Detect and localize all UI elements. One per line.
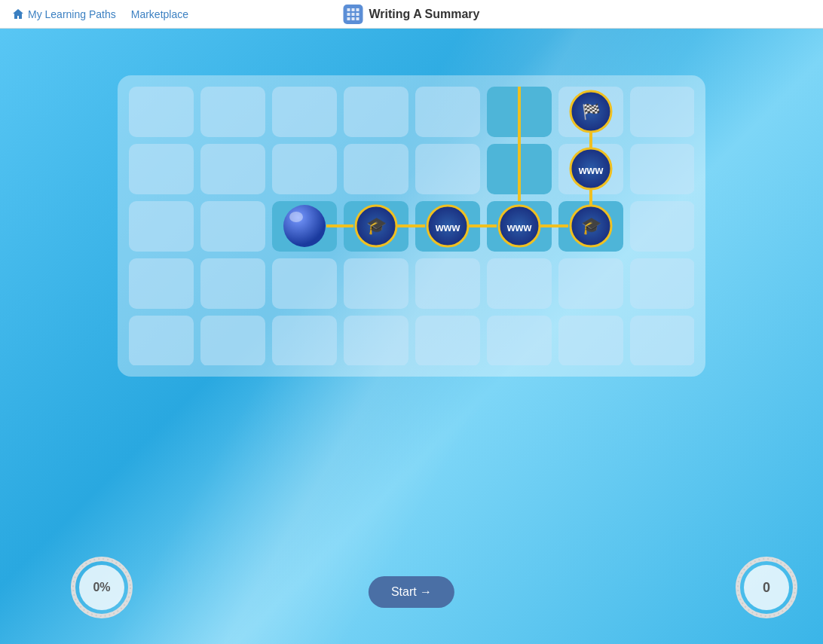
grad1-icon: 🎓: [366, 215, 387, 236]
cell-3-2: [272, 258, 337, 309]
score-label: 0: [763, 580, 770, 596]
svg-rect-3: [347, 13, 350, 16]
score-circle: 0: [733, 554, 800, 621]
page-title: Writing A Summary: [369, 8, 480, 21]
header: My Learning Paths Marketplace Writing A …: [0, 0, 823, 29]
start-label: Start →: [391, 585, 432, 599]
title-area: Writing A Summary: [344, 5, 480, 24]
main-content: 🎓 www www 🎓 www 🏁 0% Start →: [0, 29, 823, 644]
flag-icon: 🏁: [582, 102, 601, 121]
cell-4-2: [272, 316, 337, 365]
cell-3-1: [200, 258, 265, 309]
marketplace-link[interactable]: Marketplace: [131, 8, 188, 20]
cell-4-5: [487, 316, 552, 365]
progress-circle: 0%: [68, 554, 136, 621]
cell-4-1: [200, 316, 265, 365]
start-button[interactable]: Start →: [369, 576, 454, 608]
node-start[interactable]: [283, 205, 326, 247]
cell-4-7: [630, 316, 694, 365]
start-highlight: [289, 212, 303, 222]
progress-label: 0%: [93, 581, 110, 594]
cell-1-4: [415, 144, 480, 194]
cell-1-2: [272, 144, 337, 194]
home-label: My Learning Paths: [28, 8, 116, 20]
cell-0-3: [344, 87, 408, 137]
svg-rect-4: [352, 13, 355, 16]
cell-1-3: [344, 144, 408, 194]
home-icon: [12, 8, 24, 20]
cell-0-7: [630, 87, 694, 137]
cell-0-4: [415, 87, 480, 137]
www1-icon: www: [435, 221, 460, 233]
svg-rect-6: [347, 17, 350, 20]
cell-3-7: [630, 258, 694, 309]
cell-2-0: [129, 201, 194, 252]
cell-2-7: [630, 201, 694, 252]
cell-4-6: [558, 316, 623, 365]
cell-3-5: [487, 258, 552, 309]
cell-0-2: [272, 87, 337, 137]
cell-0-1: [200, 87, 265, 137]
svg-rect-2: [356, 8, 359, 11]
cell-4-4: [415, 316, 480, 365]
cell-3-0: [129, 258, 194, 309]
www3-icon: www: [578, 164, 604, 176]
svg-rect-7: [352, 17, 355, 20]
cell-1-7: [630, 144, 694, 194]
board-svg: 🎓 www www 🎓 www 🏁: [129, 87, 694, 365]
cell-4-3: [344, 316, 408, 365]
svg-rect-0: [347, 8, 350, 11]
www2-icon: www: [506, 221, 532, 233]
marketplace-label: Marketplace: [131, 8, 188, 20]
cell-1-1: [200, 144, 265, 194]
svg-rect-8: [356, 17, 359, 20]
cell-3-6: [558, 258, 623, 309]
grad2-icon: 🎓: [581, 215, 602, 236]
cell-3-4: [415, 258, 480, 309]
title-icon: [344, 5, 363, 24]
cell-3-3: [344, 258, 408, 309]
cell-2-1: [200, 201, 265, 252]
svg-rect-1: [352, 8, 355, 11]
cell-0-0: [129, 87, 194, 137]
svg-rect-5: [356, 13, 359, 16]
cell-1-0: [129, 144, 194, 194]
home-link[interactable]: My Learning Paths: [12, 8, 116, 20]
cell-4-0: [129, 316, 194, 365]
learning-board: 🎓 www www 🎓 www 🏁: [118, 75, 705, 377]
